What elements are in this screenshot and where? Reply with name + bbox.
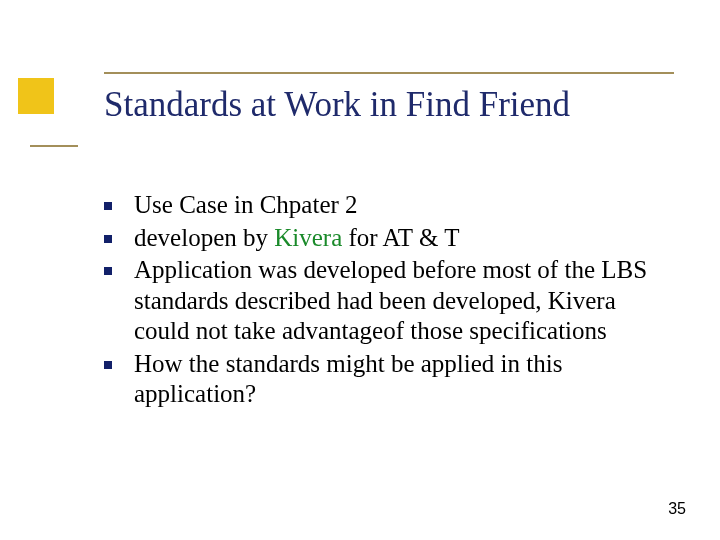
square-bullet-icon (104, 202, 112, 210)
highlighted-term: Kivera (274, 224, 342, 251)
list-item-text: Application was developed before most of… (134, 256, 647, 344)
list-item: developen by Kivera for AT & T (100, 223, 660, 254)
slide-title: Standards at Work in Find Friend (104, 86, 570, 125)
list-item-text: Use Case in Chpater 2 (134, 191, 358, 218)
list-item: Use Case in Chpater 2 (100, 190, 660, 221)
slide: Standards at Work in Find Friend Use Cas… (0, 0, 720, 540)
list-item-text: developen by (134, 224, 274, 251)
title-accent-square (18, 78, 54, 114)
list-item: Application was developed before most of… (100, 255, 660, 347)
body-content: Use Case in Chpater 2 developen by Kiver… (100, 190, 660, 412)
title-rule-left (30, 145, 78, 147)
page-number: 35 (668, 500, 686, 518)
square-bullet-icon (104, 235, 112, 243)
list-item-text: for AT & T (342, 224, 459, 251)
list-item-text: How the standards might be applied in th… (134, 350, 562, 408)
list-item: How the standards might be applied in th… (100, 349, 660, 410)
square-bullet-icon (104, 267, 112, 275)
title-rule-top (104, 72, 674, 74)
square-bullet-icon (104, 361, 112, 369)
